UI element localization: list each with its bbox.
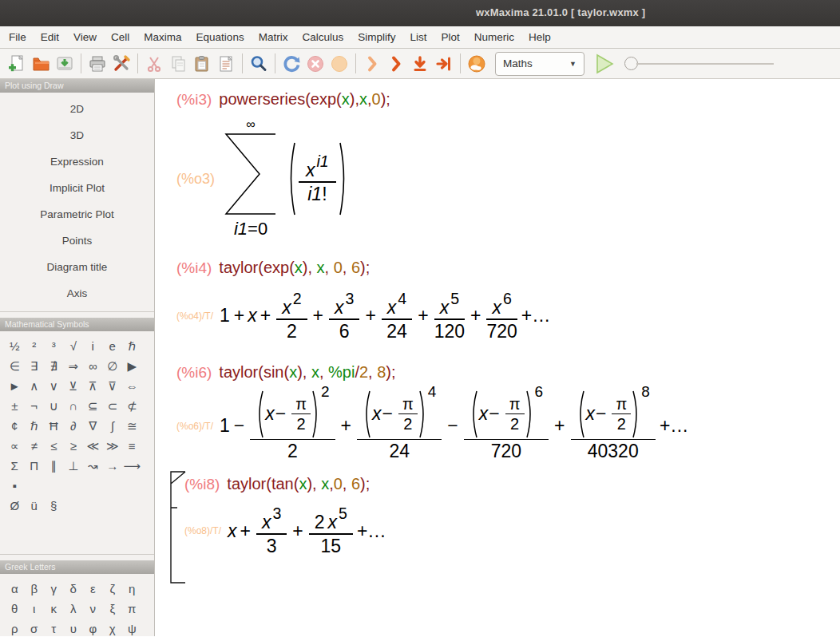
math-symbol-button[interactable]: Ø	[5, 499, 25, 512]
greek-letter-button[interactable]: β	[25, 582, 45, 595]
math-symbol-button[interactable]: ⊻	[64, 379, 84, 394]
draw-button[interactable]: 3D	[0, 122, 154, 148]
paste-icon[interactable]	[191, 53, 213, 75]
greek-letter-button[interactable]: ψ	[122, 622, 142, 635]
interrupt-icon[interactable]	[304, 53, 327, 75]
menu-item[interactable]: Matrix	[252, 31, 295, 43]
greek-letter-button[interactable]: ν	[83, 602, 103, 615]
math-symbol-button[interactable]: ℏ	[122, 339, 142, 354]
find-icon[interactable]	[248, 53, 270, 75]
open-document-icon[interactable]	[30, 53, 52, 75]
greek-letter-button[interactable]: δ	[64, 582, 84, 595]
menu-item[interactable]: Equations	[189, 31, 252, 43]
greek-letter-button[interactable]: σ	[25, 622, 45, 635]
restart-maxima-icon[interactable]	[280, 53, 303, 75]
menu-item[interactable]: Calculus	[295, 31, 351, 43]
math-symbol-button[interactable]: ½	[5, 339, 25, 353]
greek-letter-button[interactable]: θ	[5, 602, 25, 615]
greek-letter-button[interactable]: κ	[44, 602, 64, 615]
math-symbol-button[interactable]: ≤	[44, 439, 64, 453]
math-symbol-button[interactable]: ¢	[5, 419, 25, 433]
draw-button[interactable]: 2D	[0, 96, 154, 122]
code-line[interactable]: taylor(sin(x), x, %pi/2, 8);	[219, 363, 395, 382]
math-symbol-button[interactable]: ≫	[103, 439, 123, 453]
math-symbol-button[interactable]: ¬	[25, 399, 45, 413]
greek-letter-button[interactable]: η	[122, 582, 142, 595]
code-line[interactable]: powerseries(exp(x),x,0);	[219, 90, 390, 109]
greek-letter-button[interactable]: λ	[64, 602, 84, 615]
math-symbol-button[interactable]: √	[64, 339, 84, 353]
draw-button[interactable]: Axis	[0, 280, 154, 307]
greek-letter-button[interactable]: α	[5, 582, 25, 595]
math-symbol-button[interactable]: Π	[25, 459, 45, 473]
math-symbol-button[interactable]: ⊄	[122, 399, 142, 413]
cell-type-select[interactable]: Maths ▼	[495, 52, 584, 76]
math-symbol-button[interactable]: ∫	[103, 419, 123, 433]
code-line[interactable]: taylor(exp(x), x, 0, 6);	[219, 259, 370, 277]
math-symbol-button[interactable]: ²	[25, 339, 45, 353]
math-symbol-button[interactable]: ü	[25, 499, 45, 512]
math-symbol-button[interactable]: ⇒	[64, 359, 84, 374]
menu-item[interactable]: Cell	[104, 31, 137, 43]
greek-letter-button[interactable]: φ	[83, 622, 103, 635]
greek-letter-button[interactable]: υ	[64, 622, 84, 635]
greek-letter-button[interactable]: π	[122, 602, 142, 615]
math-symbol-button[interactable]: ∂	[64, 419, 84, 433]
math-symbol-button[interactable]: ≥	[64, 439, 84, 453]
math-symbol-button[interactable]: i	[83, 339, 103, 353]
greek-letter-button[interactable]: ε	[83, 582, 103, 595]
math-symbol-button[interactable]: ≠	[25, 439, 45, 453]
math-symbol-button[interactable]: §	[44, 499, 64, 512]
configure-icon[interactable]	[110, 53, 133, 75]
greek-letter-button[interactable]: ξ	[103, 602, 123, 615]
math-symbol-button[interactable]: ▪	[5, 479, 25, 493]
draw-button[interactable]: Parametric Plot	[0, 201, 154, 228]
math-symbol-button[interactable]: ≡	[122, 439, 142, 453]
greek-letter-button[interactable]: χ	[103, 622, 123, 635]
menu-item[interactable]: Simplify	[351, 31, 402, 43]
draw-button[interactable]: Implicit Plot	[0, 175, 154, 201]
animation-slider[interactable]	[624, 57, 774, 70]
code-line[interactable]: taylor(tan(x), x,0, 6);	[227, 475, 370, 493]
cut-icon[interactable]	[143, 53, 165, 75]
print-icon[interactable]	[86, 53, 109, 75]
math-symbol-button[interactable]: ∃	[25, 359, 45, 374]
evaluate-all-icon[interactable]	[385, 53, 407, 75]
menu-item[interactable]: File	[2, 31, 34, 43]
greek-letter-button[interactable]: γ	[44, 582, 64, 595]
menu-item[interactable]: Numeric	[467, 31, 521, 43]
menu-item[interactable]: Help	[521, 31, 558, 43]
math-symbol-button[interactable]: ∞	[83, 359, 103, 373]
save-icon[interactable]	[53, 53, 76, 75]
math-symbol-button[interactable]: ∧	[25, 379, 45, 394]
greek-letter-button[interactable]: ρ	[5, 622, 25, 635]
math-symbol-button[interactable]: ±	[5, 399, 25, 413]
math-symbol-button[interactable]: Σ	[5, 459, 25, 473]
math-symbol-button[interactable]: ∩	[64, 399, 84, 413]
math-symbol-button[interactable]: ∝	[5, 439, 25, 453]
copy-icon[interactable]	[167, 53, 189, 75]
math-symbol-button[interactable]: ⊆	[83, 399, 103, 413]
draw-button[interactable]: Diagram title	[0, 254, 154, 280]
new-document-icon[interactable]	[6, 53, 28, 75]
menu-item[interactable]: View	[66, 31, 104, 43]
draw-button[interactable]: Expression	[0, 148, 154, 175]
slider-track[interactable]	[636, 63, 774, 65]
menu-item[interactable]: List	[402, 31, 434, 43]
math-symbol-button[interactable]: ∇	[83, 419, 103, 433]
math-symbol-button[interactable]: ∄	[44, 359, 64, 374]
evaluate-cell-icon[interactable]	[361, 53, 383, 75]
math-symbol-button[interactable]: ℏ	[25, 419, 45, 433]
help-icon[interactable]	[466, 53, 488, 75]
math-symbol-button[interactable]: e	[103, 339, 123, 353]
draw-button[interactable]: Points	[0, 228, 154, 254]
math-symbol-button[interactable]: ►	[5, 379, 25, 393]
menu-item[interactable]: Plot	[434, 31, 466, 43]
play-icon[interactable]	[592, 52, 616, 76]
math-symbol-button[interactable]: ≅	[122, 419, 142, 433]
evaluate-to-point-icon[interactable]	[433, 53, 455, 75]
greek-letter-button[interactable]: ζ	[103, 582, 123, 595]
greek-letter-button[interactable]: ι	[25, 602, 45, 615]
greek-letter-button[interactable]: τ	[44, 622, 64, 635]
follow-icon[interactable]	[328, 53, 351, 75]
